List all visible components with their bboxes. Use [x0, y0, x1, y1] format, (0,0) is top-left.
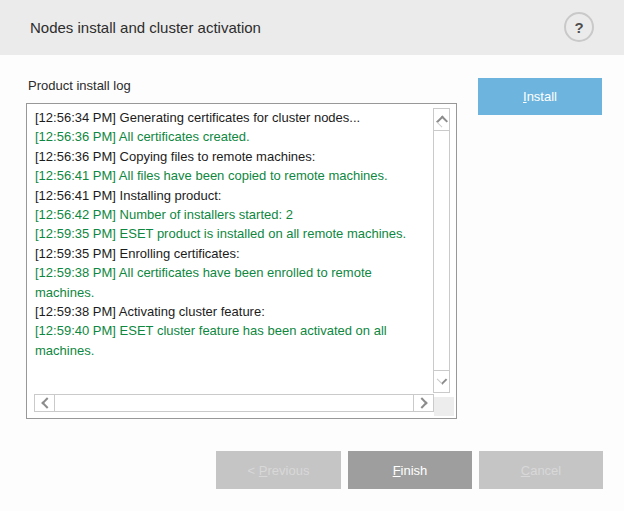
page-title: Nodes install and cluster activation	[30, 0, 261, 55]
product-install-log-box[interactable]: [12:56:34 PM] Generating certificates fo…	[26, 103, 457, 419]
cancel-button: Cancel	[479, 451, 603, 489]
horizontal-scrollbar[interactable]	[34, 394, 434, 412]
log-entry: [12:59:38 PM] Activating cluster feature…	[35, 302, 426, 321]
log-content: [12:56:34 PM] Generating certificates fo…	[35, 108, 426, 390]
scroll-right-button[interactable]	[413, 395, 433, 411]
log-entry: [12:56:41 PM] Installing product:	[35, 186, 426, 205]
log-entry: [12:56:42 PM] Number of installers start…	[35, 205, 426, 224]
previous-button: < Previous	[216, 451, 341, 489]
scroll-left-button[interactable]	[35, 395, 55, 411]
log-entry: [12:56:36 PM] All certificates created.	[35, 127, 426, 146]
log-entry: [12:59:35 PM] ESET product is installed …	[35, 224, 426, 243]
log-entry: [12:59:38 PM] All certificates have been…	[35, 263, 426, 302]
scrollbar-corner	[434, 397, 454, 416]
log-entry: [12:56:34 PM] Generating certificates fo…	[35, 108, 426, 127]
install-button[interactable]: Install	[478, 78, 602, 115]
log-label: Product install log	[28, 78, 131, 93]
chevron-up-icon	[435, 115, 447, 127]
dialog-window: Nodes install and cluster activation ? P…	[0, 0, 624, 511]
scroll-up-button[interactable]	[434, 109, 449, 131]
log-entry: [12:56:41 PM] All files have been copied…	[35, 166, 426, 185]
log-entry: [12:59:40 PM] ESET cluster feature has b…	[35, 321, 426, 360]
chevron-down-icon	[436, 374, 447, 385]
help-button[interactable]: ?	[564, 12, 594, 42]
log-entry: [12:59:35 PM] Enrolling certificates:	[35, 244, 426, 263]
vertical-scrollbar[interactable]	[433, 108, 450, 393]
log-entry: [12:56:36 PM] Copying files to remote ma…	[35, 147, 426, 166]
chevron-left-icon	[41, 397, 52, 408]
question-mark-icon: ?	[574, 20, 583, 35]
dialog-header: Nodes install and cluster activation ?	[0, 0, 624, 55]
chevron-right-icon	[416, 397, 427, 408]
scroll-down-button[interactable]	[434, 370, 449, 392]
finish-button[interactable]: Finish	[348, 451, 472, 489]
